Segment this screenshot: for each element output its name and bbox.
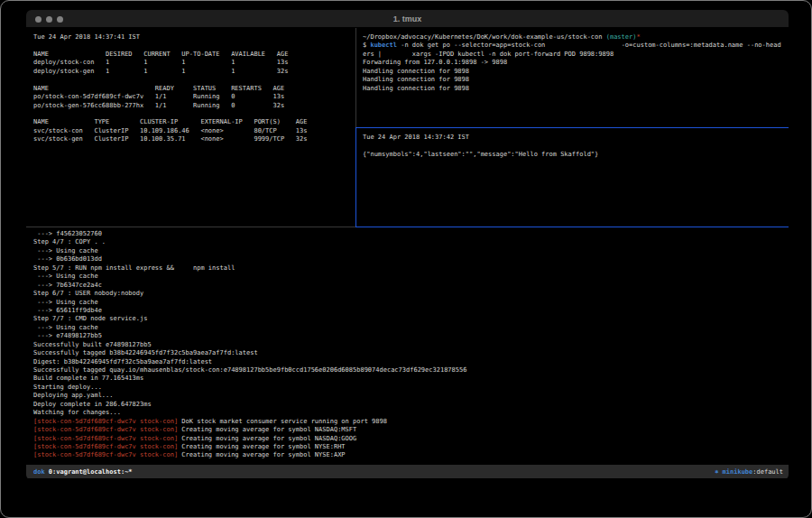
terminal-line: svc/stock-gen ClusterIP 10.100.35.71 <no… <box>33 135 355 143</box>
pane-port-forward[interactable]: ~/Dropbox/advocacy/Kubernetes/DoK/work/d… <box>356 28 789 127</box>
terminal-line <box>363 142 789 150</box>
pane-service-response[interactable]: Tue 24 Apr 2018 14:37:42 IST{"numsymbols… <box>356 128 789 227</box>
terminal-line: Handling connection for 9898 <box>363 68 789 76</box>
pane-border-vertical-active <box>355 127 356 227</box>
terminal-line: [stock-con-5d7df689cf-dwc7v stock-con] C… <box>33 435 789 443</box>
terminal-line: ---> f45623052760 <box>33 230 789 238</box>
terminal-line: ~/Dropbox/advocacy/Kubernetes/DoK/work/d… <box>363 33 789 42</box>
terminal-line: ---> Using cache <box>33 247 789 255</box>
terminal-line: Successfully tagged b38b42246945fd7f32c5… <box>33 349 789 357</box>
pane-border-horizontal-inactive <box>26 227 355 227</box>
terminal-line: Step 6/7 : USER nobody:nobody <box>33 290 789 298</box>
terminal-line: Successfully tagged quay.io/mhausenblas/… <box>33 366 789 375</box>
terminal-line: svc/stock-con ClusterIP 10.109.186.46 <n… <box>33 127 355 135</box>
zoom-button-icon[interactable] <box>57 16 63 23</box>
terminal-line: Digest: b38b42246945fd7f32c5ba9aea7af7fd… <box>33 358 789 366</box>
terminal-line: ---> 7b6347ce2a4c <box>33 282 789 290</box>
terminal-line: Tue 24 Apr 2018 14:37:41 IST <box>33 33 355 42</box>
terminal-line: ---> 0b636bd013dd <box>33 255 789 264</box>
tmux-status-bar: dok 0:vagrant@localhost:~* ⎈ minikube :d… <box>26 465 789 478</box>
terminal-line <box>33 110 355 118</box>
terminal-line: {"numsymbols":4,"lastseen":"","message":… <box>363 151 789 159</box>
pane-border-horizontal-active-bottom <box>355 227 789 227</box>
terminal-line: Handling connection for 9898 <box>363 76 789 84</box>
window-title: 1. tmux <box>26 14 789 23</box>
terminal-line: Starting deploy... <box>33 384 789 392</box>
terminal-line: Step 7/7 : CMD node service.js <box>33 315 789 323</box>
terminal-line: Step 4/7 : COPY . . <box>33 238 789 246</box>
terminal-line: po/stock-con-5d7df689cf-dwc7v 1/1 Runnin… <box>33 93 355 101</box>
terminal-line: ---> Using cache <box>33 273 789 281</box>
terminal-line: NAME DESIRED CURRENT UP-TO-DATE AVAILABL… <box>33 51 355 59</box>
terminal-line <box>33 42 355 50</box>
pane-skaffold-build-log[interactable]: ---> f45623052760Step 4/7 : COPY . . ---… <box>26 227 789 464</box>
terminal-line: Deploy complete in 286.647823ms <box>33 401 789 409</box>
traffic-lights <box>35 10 63 28</box>
terminal-line: deploy/stock-gen 1 1 1 1 32s <box>33 68 355 76</box>
terminal-line: ---> e74898127bb5 <box>33 332 789 340</box>
terminal-line: ---> 65611ff9db4e <box>33 307 789 315</box>
kube-context: minikube <box>723 468 753 476</box>
terminal-line: Tue 24 Apr 2018 14:37:42 IST <box>363 134 789 142</box>
screenshot-frame: 1. tmux Tue 24 Apr 2018 14:37:41 ISTNAME… <box>0 0 812 518</box>
terminal-line: deploy/stock-con 1 1 1 1 13s <box>33 59 355 67</box>
minimize-button-icon[interactable] <box>46 16 52 23</box>
terminal-line: [stock-con-5d7df689cf-dwc7v stock-con] D… <box>33 418 789 426</box>
terminal-body: Tue 24 Apr 2018 14:37:41 ISTNAME DESIRED… <box>26 28 789 479</box>
session-name: dok <box>33 468 49 476</box>
pane-border-vertical-inactive <box>355 28 356 127</box>
terminal-line: ---> Using cache <box>33 324 789 332</box>
kube-namespace: :default <box>752 468 783 476</box>
terminal-line: [stock-con-5d7df689cf-dwc7v stock-con] C… <box>33 443 789 451</box>
pane-kubectl-resources[interactable]: Tue 24 Apr 2018 14:37:41 ISTNAME DESIRED… <box>26 28 355 227</box>
terminal-line: [stock-con-5d7df689cf-dwc7v stock-con] C… <box>33 451 789 459</box>
terminal-line: Forwarding from 127.0.0.1:9898 -> 9898 <box>363 59 789 67</box>
terminal-line: Watching for changes... <box>33 409 789 417</box>
terminal-line: Handling connection for 9898 <box>363 85 789 93</box>
terminal-line: Successfully built e74898127bb5 <box>33 341 789 349</box>
terminal-line: ---> Using cache <box>33 299 789 307</box>
terminal-line: NAME READY STATUS RESTARTS AGE <box>33 85 355 93</box>
terminal-line: po/stock-gen-576cc688bb-277hx 1/1 Runnin… <box>33 102 355 110</box>
terminal-line <box>33 76 355 84</box>
pane-border-horizontal-active-top <box>356 127 789 128</box>
terminal-line: $ kubectl -n dok get po --selector=app=s… <box>363 42 789 50</box>
terminal-window: 1. tmux Tue 24 Apr 2018 14:37:41 ISTNAME… <box>26 10 789 480</box>
terminal-line: Deploying app.yaml... <box>33 392 789 400</box>
terminal-line: NAME TYPE CLUSTER-IP EXTERNAL-IP PORT(S)… <box>33 118 355 126</box>
helm-wheel-icon: ⎈ <box>715 468 722 476</box>
terminal-line: ers | xargs -IPOD kubectl -n dok port-fo… <box>363 51 789 59</box>
window-list-item[interactable]: 0:vagrant@localhost:~* <box>49 468 133 476</box>
window-titlebar[interactable]: 1. tmux <box>26 10 789 28</box>
close-button-icon[interactable] <box>35 16 42 23</box>
terminal-line: Step 5/7 : RUN npm install express && np… <box>33 264 789 273</box>
terminal-line: Build complete in 77.165413ms <box>33 375 789 383</box>
terminal-line: [stock-con-5d7df689cf-dwc7v stock-con] C… <box>33 426 789 434</box>
